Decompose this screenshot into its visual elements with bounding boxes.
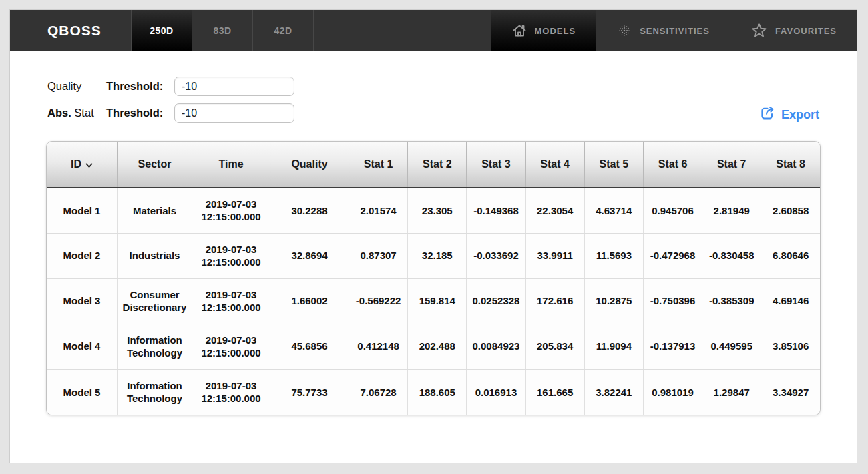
nav-label: FAVOURITES [775,26,837,36]
column-header-stat-8[interactable]: Stat 8 [761,142,820,188]
column-label: Stat 8 [776,158,805,170]
column-header-stat-4[interactable]: Stat 4 [525,142,584,188]
column-header-stat-7[interactable]: Stat 7 [702,142,761,188]
stat-7-cell: 2.81949 [702,188,761,233]
nav-label: MODELS [535,26,576,36]
table-row: Model 4Information Technology2019-07-031… [47,324,820,369]
table-header-row: IDSectorTimeQualityStat 1Stat 2Stat 3Sta… [47,142,820,188]
model-id-cell: Model 1 [47,188,118,233]
stat-label: Stat [74,107,93,119]
export-button[interactable]: Export [760,105,819,124]
tab-label: 250D [150,25,173,36]
time-cell: 2019-07-0312:15:00.000 [192,324,270,369]
stat-8-cell: 4.69146 [761,278,820,324]
stat-4-cell: 172.616 [525,278,584,324]
abs-label: Abs. [47,107,71,119]
time-date: 2019-07-03 [196,379,266,393]
stat-1-cell: -0.569222 [349,278,408,324]
stat-5-cell: 4.63714 [584,188,643,233]
stat-6-cell: -0.472968 [643,233,702,278]
nav-item-sensitivities[interactable]: SENSITIVITIES [596,10,730,51]
column-header-stat-1[interactable]: Stat 1 [349,142,408,188]
column-header-stat-5[interactable]: Stat 5 [584,142,643,188]
time-cell: 2019-07-0312:15:00.000 [192,233,270,278]
quality-threshold-input[interactable] [174,77,294,96]
model-id-cell: Model 4 [47,324,118,369]
quality-cell: 45.6856 [270,324,349,369]
quality-cell: 1.66002 [270,278,349,324]
star-icon [750,22,768,39]
column-header-quality[interactable]: Quality [270,142,349,188]
stat-8-cell: 6.80646 [761,233,820,278]
home-icon [511,23,527,39]
column-header-stat-2[interactable]: Stat 2 [408,142,467,188]
tab-83d[interactable]: 83D [192,10,252,51]
stat-2-cell: 188.605 [408,369,467,415]
stat-4-cell: 22.3054 [525,188,584,233]
stat-3-cell: -0.149368 [467,188,525,233]
column-label: ID [71,158,81,170]
period-tabs: 250D 83D 42D [131,10,314,51]
models-table-wrap: IDSectorTimeQualityStat 1Stat 2Stat 3Sta… [46,141,821,415]
column-header-id[interactable]: ID [47,142,118,188]
tab-label: 83D [213,25,231,36]
column-header-stat-3[interactable]: Stat 3 [467,142,525,188]
stat-2-cell: 32.185 [408,233,467,278]
time-of-day: 12:15:00.000 [196,346,266,360]
abs-stat-threshold-input[interactable] [174,103,294,123]
column-label: Stat 4 [540,158,570,170]
nav-item-models[interactable]: MODELS [491,10,596,51]
app-card: QBOSS 250D 83D 42D MODELS [9,9,857,463]
stat-8-cell: 3.34927 [761,369,820,415]
quality-threshold-row: Quality Threshold: [47,77,857,96]
table-row: Model 3Consumer Discretionary2019-07-031… [47,278,820,324]
stat-8-cell: 3.85106 [761,324,820,369]
stat-7-cell: 0.449595 [702,324,761,369]
sector-cell: Materials [118,188,192,233]
stat-6-cell: -0.750396 [643,278,702,324]
column-label: Stat 5 [600,158,629,170]
nav-label: SENSITIVITIES [640,26,710,36]
stat-1-cell: 0.412148 [349,324,408,369]
stat-5-cell: 11.9094 [584,324,643,369]
app-logo: QBOSS [10,10,121,51]
sensitivities-icon [616,23,632,39]
stat-1-cell: 2.01574 [349,188,408,233]
column-label: Stat 7 [717,158,746,170]
stat-5-cell: 3.82241 [584,369,643,415]
column-label: Quality [291,158,327,170]
column-header-stat-6[interactable]: Stat 6 [643,142,702,188]
column-label: Stat 1 [364,158,393,170]
abs-stat-threshold-label: Threshold: [106,107,174,120]
time-date: 2019-07-03 [196,288,266,302]
stat-2-cell: 159.814 [408,278,467,324]
stat-6-cell: -0.137913 [643,324,702,369]
tab-42d[interactable]: 42D [252,10,314,51]
column-header-time[interactable]: Time [192,142,270,188]
models-table: IDSectorTimeQualityStat 1Stat 2Stat 3Sta… [47,142,820,415]
quality-cell: 75.7733 [270,369,349,415]
time-of-day: 12:15:00.000 [196,210,266,224]
nav-item-favourites[interactable]: FAVOURITES [730,10,857,51]
model-id-cell: Model 3 [47,278,118,324]
stat-4-cell: 205.834 [525,324,584,369]
model-id-cell: Model 2 [47,233,118,278]
stat-1-cell: 7.06728 [349,369,408,415]
column-header-sector[interactable]: Sector [118,142,192,188]
time-date: 2019-07-03 [196,243,266,256]
threshold-filters: Quality Threshold: Abs. Stat Threshold: [47,77,857,123]
tab-250d[interactable]: 250D [131,10,192,51]
stat-7-cell: -0.385309 [702,278,761,324]
table-row: Model 5Information Technology2019-07-031… [47,369,820,415]
topbar-spacer [314,10,491,51]
stat-6-cell: 0.945706 [643,188,702,233]
quality-cell: 30.2288 [270,188,349,233]
stat-5-cell: 11.5693 [584,233,643,278]
time-date: 2019-07-03 [196,198,266,211]
abs-stat-label: Abs. Stat [47,107,106,120]
stat-3-cell: 0.0084923 [467,324,525,369]
quality-cell: 32.8694 [270,233,349,278]
stat-6-cell: 0.981019 [643,369,702,415]
stat-2-cell: 23.305 [408,188,467,233]
table-header: IDSectorTimeQualityStat 1Stat 2Stat 3Sta… [47,142,820,188]
